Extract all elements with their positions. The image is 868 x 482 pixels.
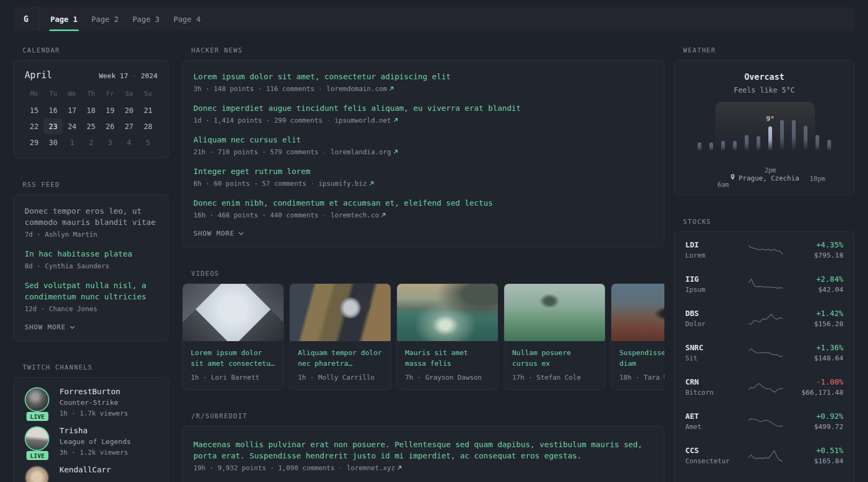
stock-company: Amet [685, 423, 739, 431]
rss-item-meta: 8d · Cynthia Saunders [25, 262, 158, 270]
rss-show-more-button[interactable]: SHOW MORE [25, 323, 158, 331]
calendar-weekday-row: MoTuWeThFrSaSu [25, 87, 158, 102]
rss-item-title[interactable]: Sed volutpat nulla nisl, acondimentum nu… [25, 280, 158, 303]
avatar [25, 387, 49, 412]
stock-ticker: CRN [685, 378, 739, 386]
calendar-weekday: Sa [119, 87, 138, 102]
hn-item-title[interactable]: Donec enim nibh, condimentum et accumsan… [193, 198, 653, 209]
calendar-week: Week 17 · 2024 [99, 72, 158, 80]
location-pin-icon [730, 174, 736, 182]
twitch-card: LIVEForrestBurtonCounter-Strike1h · 1.7k… [13, 377, 169, 482]
video-card[interactable]: Mauris sit ametmassa felis7h · Grayson D… [396, 283, 498, 390]
weather-bar [698, 142, 701, 151]
tab-page-4[interactable]: Page 4 [174, 7, 201, 31]
video-title[interactable]: Mauris sit ametmassa felis [405, 348, 490, 369]
external-link-icon [389, 85, 394, 93]
hn-item-title[interactable]: Lorem ipsum dolor sit amet, consectetur … [193, 71, 653, 82]
video-title[interactable]: Lorem ipsum dolorsit amet consectetu… [191, 348, 275, 369]
app-logo[interactable]: G [13, 7, 39, 31]
stock-id: CRNBitcorn [685, 378, 739, 396]
hn-item-domain[interactable]: loremlandia.org [331, 148, 391, 156]
nav-tabs: Page 1Page 2Page 3Page 4 [39, 7, 207, 31]
calendar-day: 16 [43, 102, 62, 118]
calendar-day: 27 [119, 118, 138, 134]
twitch-avatar-wrap: LIVE [25, 387, 50, 417]
stock-row[interactable]: AETAmet+0.92%$499.72 [685, 404, 843, 438]
stock-row[interactable]: LDILorem+4.35%$795.18 [685, 233, 843, 267]
weather-bar-current: 9°2pm [768, 126, 772, 151]
video-card[interactable]: Lorem ipsum dolorsit amet consectetu…1h … [182, 283, 284, 390]
stock-company: Bitcorn [685, 388, 739, 396]
dot-separator: · [323, 116, 335, 124]
twitch-channel-meta: 1h · 1.7k viewers [59, 409, 128, 417]
subreddit-post-domain[interactable]: loremnet.xyz [347, 464, 395, 472]
stock-price: $66,171.48 [792, 388, 843, 396]
subreddit-post-stats: 19h · 9,932 points · 1,090 comments [193, 464, 334, 472]
hackernews-widget: HACKER NEWS Lorem ipsum dolor sit amet, … [182, 47, 664, 247]
rss-item-title[interactable]: Donec tempor eros leo, utcommodo mauris … [25, 206, 158, 228]
tab-page-1[interactable]: Page 1 [50, 7, 78, 31]
stock-row[interactable]: CRNBitcorn-1.00%$66,171.48 [685, 370, 843, 404]
video-card[interactable]: Suspendisse tempordiam18h · Tara Walsh [611, 283, 664, 390]
rss-item: In hac habitasse platea8d · Cynthia Saun… [25, 248, 158, 270]
stock-change: +1.36% [792, 343, 843, 352]
rss-item-title[interactable]: In hac habitasse platea [25, 248, 158, 260]
video-card-body: Aliquam tempor dolornec pharetra…1h · Mo… [290, 341, 391, 389]
navbar: G Page 1Page 2Page 3Page 4 [13, 7, 855, 31]
hn-item-domain[interactable]: loremdomain.com [326, 85, 387, 93]
tab-page-2[interactable]: Page 2 [92, 7, 119, 31]
twitch-channel-info: KendallCarr [59, 465, 111, 482]
twitch-channel-row[interactable]: KendallCarr [25, 465, 158, 482]
external-link-icon [393, 116, 398, 124]
stock-company: Consectetur [685, 457, 739, 465]
rss-widget-label: RSS FEED [23, 181, 169, 189]
calendar-day: 19 [101, 102, 119, 118]
twitch-avatar-wrap: LIVE [25, 426, 50, 456]
hn-item-domain[interactable]: ipsumworld.net [334, 116, 391, 124]
stock-row[interactable]: DBSDolor+1.42%$156.28 [685, 301, 843, 335]
twitch-channel-name: Trisha [59, 426, 131, 435]
stock-sparkline [739, 448, 792, 463]
rss-item: Donec tempor eros leo, utcommodo mauris … [25, 206, 158, 238]
calendar-weekday: Th [81, 87, 100, 102]
stock-row[interactable]: SNRCSit+1.36%$148.64 [685, 335, 843, 370]
video-card[interactable]: Nullam posuerecursus ex17h · Stefan Cole [504, 283, 605, 390]
stock-id: SNRCSit [685, 343, 739, 362]
twitch-channel-row[interactable]: LIVETrishaLeague of Legends3h · 1.2k vie… [25, 426, 158, 456]
video-title[interactable]: Suspendisse tempordiam [619, 348, 664, 369]
stock-row[interactable]: AHS+0.46% [685, 472, 843, 482]
calendar-day: 2 [81, 134, 100, 150]
video-thumbnail [397, 284, 498, 341]
calendar-day: 26 [101, 118, 119, 134]
hn-item-title[interactable]: Integer eget rutrum lorem [193, 166, 653, 177]
video-title[interactable]: Nullam posuerecursus ex [512, 348, 597, 369]
hn-item-title[interactable]: Aliquam nec cursus elit [193, 134, 653, 146]
avatar [25, 465, 49, 482]
tab-page-3[interactable]: Page 3 [132, 7, 160, 31]
stock-sparkline [739, 243, 792, 257]
hn-item-domain[interactable]: loremtech.co [331, 211, 379, 219]
calendar-weekday: Su [139, 87, 158, 102]
dot-separator: · [318, 148, 331, 156]
stocks-card: LDILorem+4.35%$795.18IIGIpsum+2.84%$42.0… [674, 231, 855, 482]
stock-company: Dolor [685, 320, 739, 328]
videos-scroll-row[interactable]: Lorem ipsum dolorsit amet consectetu…1h … [182, 283, 664, 390]
video-card-body: Lorem ipsum dolorsit amet consectetu…1h … [183, 341, 283, 389]
video-card[interactable]: Aliquam tempor dolornec pharetra…1h · Mo… [289, 283, 391, 390]
stock-ticker: AET [685, 412, 739, 420]
weather-bar: 6am [721, 141, 725, 151]
video-title[interactable]: Aliquam tempor dolornec pharetra… [298, 348, 383, 369]
stock-values: +1.36%$148.64 [792, 343, 843, 362]
stock-row[interactable]: CCSConsectetur+0.51%$165.84 [685, 438, 843, 472]
twitch-channel-category: Counter-Strike [59, 398, 128, 406]
calendar-day: 5 [139, 134, 158, 150]
weather-condition: Overcast [686, 72, 842, 82]
hn-item-title[interactable]: Donec imperdiet augue tincidunt felis al… [193, 103, 653, 114]
hn-show-more-button[interactable]: SHOW MORE [193, 229, 653, 237]
subreddit-post-title[interactable]: Maecenas mollis pulvinar erat non posuer… [193, 439, 653, 462]
dashboard-columns: CALENDAR April Week 17 · 2024 MoTuWeThFr… [13, 47, 855, 482]
stock-row[interactable]: IIGIpsum+2.84%$42.04 [685, 267, 843, 301]
twitch-channel-row[interactable]: LIVEForrestBurtonCounter-Strike1h · 1.7k… [25, 387, 158, 417]
video-title-line: Lorem ipsum dolor [191, 348, 275, 358]
hn-item-domain[interactable]: ipsumify.biz [318, 179, 366, 187]
